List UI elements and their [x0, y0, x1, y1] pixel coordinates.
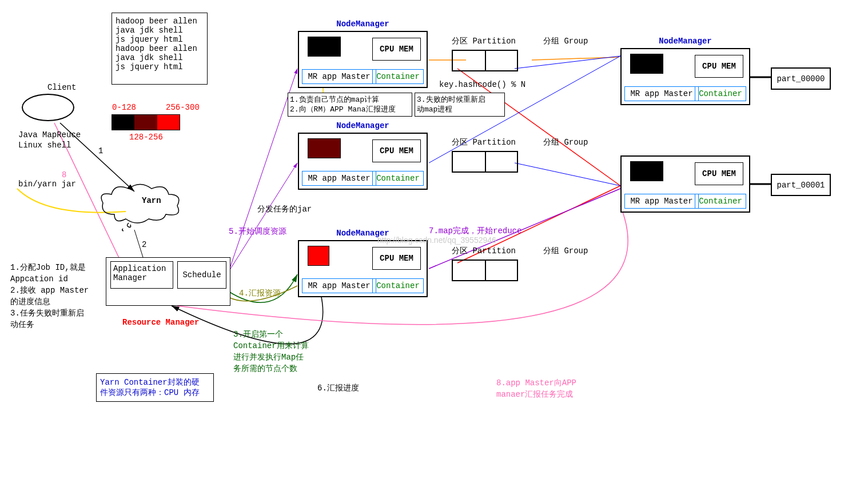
rm-label: Resource Manager	[122, 318, 199, 327]
rnm2-chip	[630, 161, 663, 181]
yarn-label: Yarn	[142, 196, 161, 205]
data-l6: js jquery html	[116, 62, 204, 71]
nm1-title: NodeManager	[336, 19, 389, 29]
output-part-0: part_00000	[771, 67, 831, 90]
rnm2-master: MR app Master	[624, 194, 699, 209]
step-4: 4.汇报资源	[239, 288, 281, 298]
client-ellipse	[22, 94, 74, 121]
data-l2: java jdk shell	[116, 26, 204, 35]
group-label-1: 分组 Group	[543, 36, 588, 46]
application-manager-box: Application Manager	[110, 261, 173, 289]
nm1-chip	[308, 37, 341, 57]
rnm2-cpu: CPU MEM	[695, 162, 743, 185]
data-l3: js jquery html	[116, 35, 204, 44]
nm3-cpu: CPU MEM	[372, 247, 421, 270]
reduce-nm-1: NodeManager CPU MEM MR app Master Contai…	[620, 48, 750, 105]
step-8: 8.app Master向APP manaer汇报任务完成	[496, 377, 576, 400]
am-l2: Manager	[113, 273, 170, 282]
output-part-1: part_00001	[771, 174, 831, 196]
nm1-master: MR app Master	[302, 69, 376, 84]
nm2-title: NodeManager	[336, 121, 389, 130]
schedule-box: Schedule	[177, 261, 226, 289]
nm1-cpu: CPU MEM	[372, 38, 421, 61]
splits-bar	[112, 114, 180, 130]
nm2-cpu: CPU MEM	[372, 139, 421, 162]
part-label-3: 分区 Partition	[452, 246, 516, 256]
step-6: 6.汇报进度	[317, 383, 359, 393]
nm1-container: Container	[372, 69, 424, 84]
step-7: 7.map完成，开始reduce	[429, 226, 521, 236]
left-notes: 1.分配Job ID,就是 Appcation id 2.接收 app Mast…	[10, 262, 89, 330]
part-box-1	[452, 50, 518, 71]
step-8n: 8	[62, 170, 66, 179]
nm3-container: Container	[372, 278, 424, 293]
step-5: 5.开始调度资源	[229, 226, 286, 237]
hash-label: key.hashcode() % N	[439, 80, 525, 89]
svg-line-6	[532, 57, 619, 60]
data-l5: java jdk shell	[116, 53, 204, 62]
client-tech1: Java MapReuce	[18, 130, 81, 139]
step-1: 1	[98, 146, 103, 155]
split-128-256: 128-256	[129, 133, 163, 142]
am-l1: Application	[113, 264, 170, 273]
reduce-nm-2: CPU MEM MR app Master Container	[620, 155, 750, 213]
input-data-box: hadoop beer allen java jdk shell js jque…	[112, 13, 208, 85]
node-manager-2: NodeManager CPU MEM MR app Master Contai…	[298, 133, 428, 190]
rnm1-container: Container	[695, 86, 746, 101]
svg-line-2	[229, 163, 297, 272]
watermark: http://blog.csdn.net/qq_39552946	[377, 235, 496, 245]
nm1-note: 1.负责自己节点的map计算 2.向（RM）APP Mana汇报进度	[288, 93, 412, 117]
client-cmd: bin/yarn jar	[18, 179, 76, 189]
part-box-2	[452, 151, 518, 173]
step-3: 3.开启第一个 Container用来计算 进行并发执行Map任 务所需的节点个…	[233, 329, 309, 374]
part-label-2: 分区 Partition	[452, 137, 516, 147]
rnm2-container: Container	[695, 194, 746, 209]
client-tech2: Linux shell	[18, 141, 71, 150]
group-label-3: 分组 Group	[543, 246, 588, 256]
footer-note: Yarn Container封装的硬 件资源只有两种：CPU 内存	[96, 373, 214, 402]
rnm1-cpu: CPU MEM	[695, 55, 743, 78]
part-label-1: 分区 Partition	[452, 36, 516, 46]
nm2-chip	[308, 138, 341, 158]
svg-line-3	[229, 69, 297, 272]
group-label-2: 分组 Group	[543, 137, 588, 147]
nm2-master: MR app Master	[302, 171, 376, 186]
svg-line-11	[515, 56, 620, 69]
rnm1-master: MR app Master	[624, 86, 699, 101]
svg-line-10	[515, 163, 620, 186]
nm3-master: MR app Master	[302, 278, 376, 293]
data-l1: hadoop beer allen	[116, 17, 204, 26]
split-256-300: 256-300	[166, 103, 200, 112]
rnm1-title: NodeManager	[659, 37, 711, 46]
node-manager-3: NodeManager CPU MEM MR app Master Contai…	[298, 240, 428, 297]
nm3-chip	[308, 246, 329, 266]
rnm1-chip	[630, 54, 663, 74]
step-5b: 分发任务的jar	[257, 204, 312, 214]
client-title: Client	[47, 83, 76, 92]
yarn-cloud	[97, 180, 183, 234]
node-manager-1: NodeManager CPU MEM MR app Master Contai…	[298, 31, 428, 88]
part-box-3	[452, 260, 518, 281]
data-l4: hadoop beer allen	[116, 44, 204, 53]
nm1-note2: 3.失败的时候重新启 动map进程	[415, 93, 505, 117]
nm2-container: Container	[372, 171, 424, 186]
step-2: 2	[142, 240, 146, 249]
split-0-128: 0-128	[112, 103, 136, 112]
